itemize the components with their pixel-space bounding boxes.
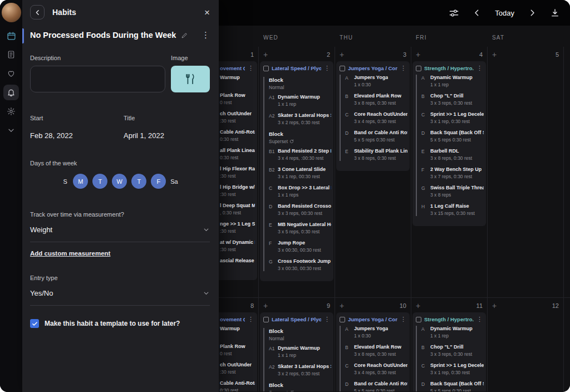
workout-card[interactable]: Lateral Speed / Plyo⋮BlockNormalA1Dynami… — [260, 61, 333, 281]
calendar-day-cell[interactable]: +10Jumpers Yoga / Core⋮AJumpers Yoga1 x … — [335, 298, 411, 391]
description-input[interactable] — [30, 66, 165, 92]
exercise-row[interactable]: CCore Reach Out/Under3 x 4 reps, 0:30 re… — [345, 111, 407, 124]
add-workout-icon[interactable]: + — [416, 51, 420, 58]
exercise-row[interactable]: DBack Squat (Back Off Set)5 x 5 reps 0:3… — [421, 381, 484, 391]
add-workout-icon[interactable]: + — [492, 302, 497, 310]
workout-card[interactable]: Lateral Speed / Plyo⋮BlockNormalA1Dynami… — [260, 312, 333, 391]
workout-menu-icon[interactable]: ⋮ — [476, 65, 483, 71]
measurement-select[interactable]: Weight — [30, 226, 210, 242]
calendar-day-cell[interactable]: +4Strength / Hypertro...⋮ADynamic Warmup… — [411, 47, 488, 297]
exercise-row[interactable]: BElevated Plank Row3 x 8 reps, 0:30 rest — [345, 344, 407, 357]
exercise-row[interactable]: BChop "L" Drill3 x 3 reps, 0:30 rest — [421, 344, 484, 357]
exercise-row[interactable]: DBand Resisted Crossover...3 x 3 reps, 0… — [269, 203, 331, 216]
calendar-day-cell[interactable]: +2Lateral Speed / Plyo⋮BlockNormalA1Dyna… — [259, 47, 335, 297]
day-of-week-toggle[interactable]: W — [112, 174, 127, 189]
avatar[interactable] — [2, 3, 21, 22]
workout-checkbox[interactable] — [263, 66, 269, 71]
workout-menu-icon[interactable]: ⋮ — [324, 316, 330, 322]
workout-menu-icon[interactable]: ⋮ — [476, 316, 483, 322]
close-icon[interactable]: × — [204, 8, 210, 17]
download-icon[interactable] — [550, 8, 560, 18]
add-workout-icon[interactable]: + — [340, 51, 344, 58]
day-of-week-toggle[interactable]: F — [151, 174, 166, 189]
day-of-week-toggle[interactable]: Sa — [170, 178, 178, 185]
day-of-week-toggle[interactable]: M — [73, 174, 88, 189]
exercise-row[interactable]: A1Dynamic Warmup1 x 1 rep — [269, 94, 331, 107]
exercise-row[interactable]: DBand or Cable Anti Rotati...5 x 5 reps … — [345, 381, 407, 391]
workout-card[interactable]: Strength / Hypertro...⋮ADynamic Warmup1 … — [412, 312, 486, 391]
exercise-row[interactable]: CSprint >> 1 Leg Decelerations3 x 1 rep,… — [421, 111, 484, 124]
chevron-down-icon[interactable] — [3, 122, 19, 138]
today-button[interactable]: Today — [495, 9, 514, 17]
calendar-day-cell[interactable]: +9Lateral Speed / Plyo⋮BlockNormalA1Dyna… — [259, 298, 335, 391]
notifications-bell-icon[interactable] — [3, 85, 19, 100]
back-button[interactable] — [30, 5, 45, 19]
exercise-row[interactable]: DBack Squat (Back Off Set)5 x 5 reps 0:3… — [421, 130, 484, 143]
exercise-row[interactable]: AJumpers Yoga1 x 0:30 — [345, 75, 407, 87]
exercise-row[interactable]: FJump Rope3 x 00:30, 00:30 rest — [269, 240, 331, 253]
start-date-value[interactable]: Feb 28, 2022 — [30, 131, 124, 140]
next-week-icon[interactable] — [528, 8, 537, 17]
exercise-row[interactable]: GSwiss Ball Triple Threat3 x 8 reps — [421, 185, 484, 198]
workout-card[interactable]: Jumpers Yoga / Core⋮AJumpers Yoga1 x 0:3… — [336, 312, 410, 391]
exercise-row[interactable]: EBarbell RDL3 x 8 reps, 0:30 rest — [421, 148, 484, 161]
template-checkbox-row[interactable]: Make this habit a template to use for la… — [30, 319, 210, 328]
calendar-day-cell[interactable]: +5 — [488, 47, 564, 297]
end-date-value[interactable]: April 1, 2022 — [124, 131, 164, 140]
add-workout-icon[interactable]: + — [416, 302, 420, 310]
day-of-week-toggle[interactable]: S — [62, 178, 68, 185]
workout-menu-icon[interactable]: ⋮ — [324, 65, 330, 71]
exercise-row[interactable]: CBox Drop >> 3 Lateral H...1 x 1 reps — [269, 185, 331, 198]
exercise-row[interactable]: F2 Way Bench Step Up3 x 7 reps, 0:30 res… — [421, 166, 484, 179]
workout-menu-icon[interactable]: ⋮ — [248, 316, 254, 322]
filters-icon[interactable] — [449, 8, 459, 18]
calendar-icon[interactable] — [3, 28, 19, 43]
settings-gear-icon[interactable] — [3, 104, 19, 119]
exercise-row[interactable]: A2Skater 3 Lateral Hops >> ...3 x 2 reps… — [269, 364, 331, 376]
habit-image[interactable] — [171, 66, 210, 92]
template-checkbox[interactable] — [30, 319, 39, 328]
workout-checkbox[interactable] — [263, 317, 269, 322]
workout-menu-icon[interactable]: ⋮ — [400, 65, 406, 71]
exercise-row[interactable]: CCore Reach Out/Under3 x 4 reps, 0:30 re… — [345, 362, 407, 375]
workout-checkbox[interactable] — [416, 66, 421, 71]
calendar-day-cell[interactable]: +3Jumpers Yoga / Core⋮AJumpers Yoga1 x 0… — [335, 47, 411, 297]
exercise-row[interactable]: A1Dynamic Warmup1 x 1 rep — [269, 345, 331, 358]
calendar-day-cell[interactable]: +12 — [488, 298, 564, 391]
habit-menu-icon[interactable]: ⋮ — [202, 30, 210, 40]
exercise-row[interactable]: EStability Ball Plank Linear ...3 x 8 re… — [345, 148, 407, 161]
add-workout-icon[interactable]: + — [263, 302, 268, 310]
exercise-row[interactable]: ADynamic Warmup1 x 1 rep — [421, 326, 484, 339]
exercise-row[interactable]: BChop "L" Drill3 x 3 reps, 0:30 rest — [421, 93, 484, 106]
exercise-row[interactable]: GCross Footwork Jump Rope3 x 00:30, 00:3… — [269, 258, 331, 271]
exercise-row[interactable]: DBand or Cable Anti Rotati...5 x 5 reps … — [345, 130, 407, 143]
add-workout-icon[interactable]: + — [340, 302, 344, 310]
exercise-row[interactable]: BElevated Plank Row3 x 8 reps, 0:30 rest — [345, 93, 407, 106]
workout-checkbox[interactable] — [416, 317, 421, 322]
exercise-row[interactable]: H1 Leg Calf Raise3 x 15 reps, 0:30 rest — [421, 203, 484, 216]
day-of-week-toggle[interactable]: T — [131, 174, 146, 189]
workout-checkbox[interactable] — [340, 317, 345, 322]
heart-icon[interactable] — [3, 66, 19, 81]
workout-card[interactable]: Strength / Hypertro...⋮ADynamic Warmup1 … — [412, 61, 486, 226]
workout-checkbox[interactable] — [340, 66, 345, 71]
exercise-row[interactable]: B1Band Resisted 2 Step Late...3 x 4 reps… — [269, 148, 331, 161]
edit-pencil-icon[interactable] — [181, 32, 188, 39]
exercise-row[interactable]: ADynamic Warmup1 x 1 rep — [421, 75, 484, 87]
add-custom-measurement-link[interactable]: Add custom measurement — [30, 250, 110, 257]
exercise-row[interactable]: A2Skater 3 Lateral Hops >> ...3 x 2 reps… — [269, 112, 331, 125]
exercise-row[interactable]: AJumpers Yoga1 x 0:30 — [345, 326, 407, 339]
documents-icon[interactable] — [3, 47, 19, 62]
add-workout-icon[interactable]: + — [492, 51, 497, 58]
workout-menu-icon[interactable]: ⋮ — [400, 316, 406, 322]
day-of-week-toggle[interactable]: T — [92, 174, 107, 189]
exercise-row[interactable]: EMB Negative Lateral Hop...3 x 5 reps, 0… — [269, 222, 331, 234]
exercise-row[interactable]: CSprint >> 1 Leg Decelerations3 x 1 rep,… — [421, 362, 484, 375]
workout-card[interactable]: Jumpers Yoga / Core⋮AJumpers Yoga1 x 0:3… — [336, 61, 410, 171]
workout-menu-icon[interactable]: ⋮ — [248, 65, 254, 71]
previous-week-icon[interactable] — [473, 8, 481, 17]
calendar-day-cell[interactable]: +11Strength / Hypertro...⋮ADynamic Warmu… — [411, 298, 488, 391]
entry-type-select[interactable]: Yes/No — [30, 289, 210, 306]
exercise-row[interactable]: B23 Cone Lateral Slide3 x 1 rep, 00:30 r… — [269, 166, 331, 179]
add-workout-icon[interactable]: + — [263, 51, 268, 58]
